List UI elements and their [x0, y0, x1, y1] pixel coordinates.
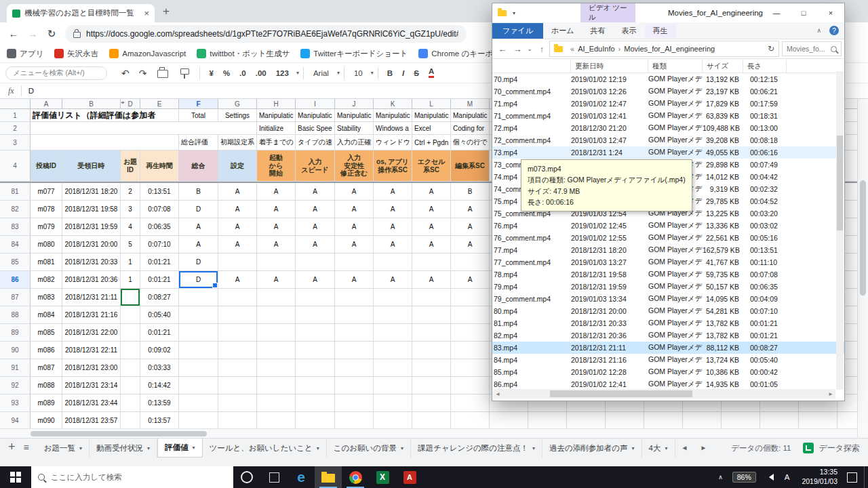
cell[interactable]: A — [335, 218, 374, 236]
hidden-icons-icon[interactable]: ∧ — [713, 474, 728, 481]
cell[interactable] — [257, 324, 296, 342]
sheet-vertical-scrollbar[interactable] — [857, 99, 868, 438]
tabs-scroll-right-icon[interactable]: ► — [694, 439, 713, 451]
cell[interactable] — [335, 394, 374, 412]
bookmark-item[interactable]: twittbot・ボット生成サ — [197, 49, 290, 59]
cell[interactable]: A — [451, 218, 490, 236]
scrollbar-thumb[interactable] — [31, 431, 207, 436]
cell[interactable]: A — [218, 271, 257, 289]
file-row[interactable]: 79_comment.mp42019/01/03 13:34GOM Player… — [492, 293, 844, 305]
cell[interactable] — [412, 342, 451, 359]
column-header-J[interactable]: J — [335, 99, 374, 109]
sheet-tab[interactable]: ツールと、お願いしたいこと▾ — [203, 439, 327, 458]
cell[interactable] — [218, 253, 257, 271]
header-cell[interactable]: お題 ID — [121, 150, 140, 182]
cell[interactable] — [218, 377, 257, 394]
cell[interactable] — [121, 412, 140, 430]
column-header-G[interactable]: G — [218, 99, 257, 109]
cell[interactable] — [296, 253, 335, 271]
cell[interactable] — [218, 394, 257, 412]
acrobat-button[interactable] — [396, 466, 423, 488]
cell[interactable] — [335, 306, 374, 324]
list-column-header[interactable]: 長さ — [743, 60, 787, 73]
cell[interactable] — [179, 306, 218, 324]
ribbon-tab-share[interactable]: 共有 — [583, 24, 614, 38]
cell[interactable]: D — [179, 271, 218, 289]
redo-icon[interactable]: ↷ — [139, 68, 147, 79]
paint-format-icon[interactable] — [180, 68, 189, 75]
file-row[interactable]: 71_comment.mp42019/01/03 12:41GOM Player… — [492, 110, 844, 122]
file-row[interactable]: 84.mp42018/12/31 21:16GOM Playerメディアフ…13… — [492, 354, 844, 366]
cell[interactable]: A — [218, 236, 257, 253]
header-cell[interactable]: 総合 — [179, 150, 218, 182]
cell[interactable]: A — [451, 201, 490, 218]
column-header-D[interactable]: D — [121, 99, 140, 109]
cell[interactable] — [179, 412, 218, 430]
cell[interactable]: A — [218, 183, 257, 201]
row-header[interactable]: 4 — [0, 150, 31, 182]
cell[interactable] — [374, 412, 412, 430]
print-icon[interactable] — [157, 70, 168, 78]
cell[interactable]: A — [257, 201, 296, 218]
cell[interactable]: A — [412, 271, 451, 289]
cell[interactable]: A — [179, 236, 218, 253]
file-row[interactable]: 77_comment.mp42019/01/03 13:27GOM Player… — [492, 256, 844, 268]
cell[interactable]: 1 — [121, 271, 140, 289]
cell[interactable]: A — [296, 236, 335, 253]
cell[interactable]: D — [179, 253, 218, 271]
cell[interactable]: B — [451, 183, 490, 201]
cell[interactable]: A — [218, 218, 257, 236]
ribbon-tab-home[interactable]: ホーム — [543, 24, 583, 38]
cell[interactable] — [451, 359, 490, 377]
show-desktop-button[interactable] — [864, 466, 868, 488]
cell[interactable]: A — [257, 183, 296, 201]
increase-decimal-button[interactable]: .00 — [256, 69, 267, 77]
tab-close-icon[interactable]: × — [144, 8, 149, 18]
cell[interactable]: 0:08:27 — [140, 289, 179, 306]
cell[interactable]: A — [335, 236, 374, 253]
cell[interactable] — [179, 359, 218, 377]
cell[interactable] — [296, 412, 335, 430]
cell[interactable] — [218, 359, 257, 377]
cell[interactable]: 2018/12/31 23:14 — [62, 377, 121, 394]
explorer-horizontal-scrollbar[interactable]: ◄ ► — [493, 389, 835, 399]
reload-icon[interactable]: ↻ — [42, 28, 61, 40]
cell[interactable]: Excel — [412, 122, 451, 135]
forward-icon[interactable]: → — [23, 28, 42, 39]
cell[interactable]: A — [374, 218, 412, 236]
cell[interactable]: 2018/12/31 23:44 — [62, 394, 121, 412]
file-row[interactable]: 76_comment.mp42019/01/02 12:55GOM Player… — [492, 232, 844, 244]
ribbon-tab-play[interactable]: 再生 — [645, 24, 676, 38]
notification-center-icon[interactable] — [847, 472, 857, 483]
font-size-select[interactable]: 10 — [354, 69, 363, 77]
cell[interactable]: 1 — [121, 253, 140, 271]
cell[interactable]: m083 — [31, 289, 62, 306]
cell[interactable] — [31, 122, 257, 135]
cell[interactable]: m084 — [31, 306, 62, 324]
cell[interactable]: m088 — [31, 377, 62, 394]
cell[interactable] — [296, 324, 335, 342]
row-header[interactable]: 92 — [0, 377, 31, 394]
breadcrumb-part[interactable]: Movies_for_AI_engineering — [624, 45, 715, 53]
cell[interactable]: m086 — [31, 342, 62, 359]
list-column-header[interactable]: 更新日時 — [571, 60, 648, 73]
cell[interactable]: m081 — [31, 253, 62, 271]
cell[interactable] — [335, 342, 374, 359]
cell[interactable]: Windows a — [374, 122, 412, 135]
sheet-tab[interactable]: 4大▾ — [642, 439, 675, 458]
task-view-button[interactable] — [260, 466, 288, 488]
header-cell[interactable]: 入力 スピード — [296, 150, 335, 182]
cell[interactable] — [335, 412, 374, 430]
cell[interactable] — [374, 289, 412, 306]
breadcrumb[interactable]: « AI_EduInfo › Movies_for_AI_engineering… — [549, 41, 779, 57]
cell[interactable]: 0:01:21 — [140, 271, 179, 289]
cell[interactable]: m090 — [31, 412, 62, 430]
cell[interactable]: A — [257, 271, 296, 289]
cell[interactable]: ウィンドウ — [374, 135, 412, 150]
cell[interactable]: 2018/12/31 20:00 — [62, 236, 121, 253]
cell[interactable]: m089 — [31, 394, 62, 412]
file-row[interactable]: 76.mp42019/01/02 12:45GOM Playerメディアフ…13… — [492, 220, 844, 232]
cell[interactable] — [121, 342, 140, 359]
header-cell[interactable]: 編集系SC — [451, 150, 490, 182]
italic-button[interactable]: I — [402, 69, 404, 77]
